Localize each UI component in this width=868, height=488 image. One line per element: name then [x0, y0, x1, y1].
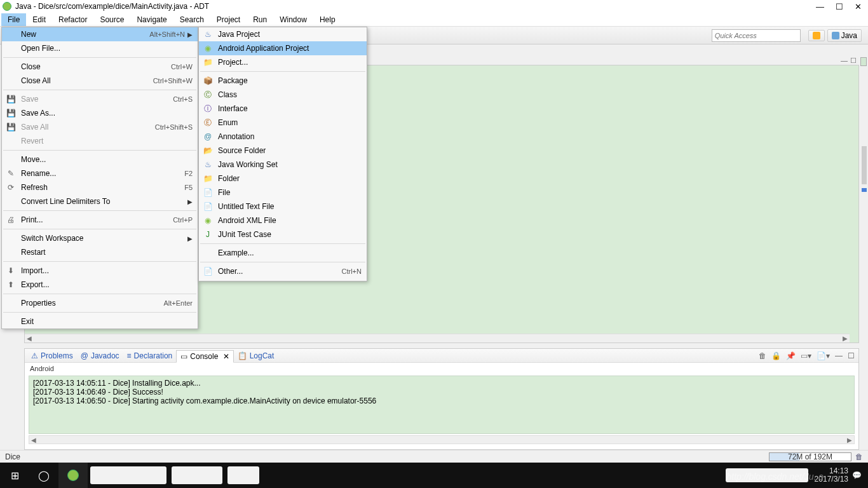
scroll-right-icon[interactable]: ▶: [841, 335, 850, 342]
display-selected-icon[interactable]: ▭▾: [799, 351, 813, 360]
menu-refactor[interactable]: Refactor: [52, 13, 93, 26]
file-exit[interactable]: Exit: [2, 315, 198, 329]
file-new[interactable]: NewAlt+Shift+N▶: [2, 27, 198, 41]
app-icon: [3, 2, 11, 11]
new-junit[interactable]: JJUnit Test Case: [199, 227, 367, 241]
new-working-set[interactable]: ♨Java Working Set: [199, 158, 367, 172]
file-refresh[interactable]: ⟳RefreshF5: [2, 180, 198, 194]
new-enum[interactable]: ⒺEnum: [199, 116, 367, 130]
file-export[interactable]: ⬆Export...: [2, 278, 198, 292]
import-icon: ⬇: [6, 266, 16, 276]
menu-file[interactable]: File: [1, 13, 26, 26]
file-import[interactable]: ⬇Import...: [2, 264, 198, 278]
file-save-as[interactable]: 💾Save As...: [2, 106, 198, 120]
java-perspective-button[interactable]: Java: [827, 29, 862, 42]
vertical-scrollbar-thumb[interactable]: [862, 146, 867, 184]
scroll-right-icon[interactable]: ▶: [845, 437, 854, 444]
perspective-label: Java: [841, 31, 857, 40]
open-perspective-button[interactable]: [808, 30, 825, 41]
java-project-icon: ♨: [203, 29, 213, 39]
file-save[interactable]: 💾SaveCtrl+S: [2, 92, 198, 106]
tab-logcat[interactable]: 📋LogCat: [234, 350, 278, 362]
console-title: Android: [25, 363, 858, 374]
tab-problems[interactable]: ⚠Problems: [27, 350, 77, 362]
console-horizontal-scrollbar[interactable]: ◀ ▶: [29, 435, 855, 444]
new-folder[interactable]: 📁Folder: [199, 172, 367, 186]
quick-access-input[interactable]: [712, 29, 801, 42]
new-android-project[interactable]: ◉Android Application Project: [199, 41, 367, 55]
new-other[interactable]: 📄Other...Ctrl+N: [199, 264, 367, 278]
new-file[interactable]: 📄File: [199, 186, 367, 200]
start-button[interactable]: ⊞: [0, 463, 29, 488]
new-interface[interactable]: ⒾInterface: [199, 102, 367, 116]
task-item-1[interactable]: [90, 466, 166, 484]
minimize-view-icon[interactable]: —: [834, 351, 844, 360]
new-untitled-text[interactable]: 📄Untitled Text File: [199, 200, 367, 214]
new-annotation[interactable]: @Annotation: [199, 130, 367, 144]
task-item-2[interactable]: [172, 466, 222, 484]
pin-console-icon[interactable]: 📌: [785, 351, 797, 360]
status-left: Dice: [5, 452, 20, 461]
new-class[interactable]: ⒸClass: [199, 88, 367, 102]
cortana-button[interactable]: ◯: [29, 463, 58, 488]
file-close[interactable]: CloseCtrl+W: [2, 60, 198, 74]
new-package[interactable]: 📦Package: [199, 74, 367, 88]
task-item-3[interactable]: [227, 466, 259, 484]
file-move[interactable]: Move...: [2, 152, 198, 166]
tab-console[interactable]: ▭Console ✕: [176, 350, 233, 363]
menu-source[interactable]: Source: [93, 13, 130, 26]
console-line: [2017-03-13 14:06:50 - Dice] Starting ac…: [33, 396, 376, 405]
menu-navigate[interactable]: Navigate: [130, 13, 173, 26]
new-android-xml[interactable]: ◉Android XML File: [199, 214, 367, 227]
clear-console-icon[interactable]: 🗑: [757, 351, 768, 360]
maximize-button[interactable]: ☐: [836, 2, 843, 11]
menu-edit[interactable]: Edit: [26, 13, 52, 26]
file-properties[interactable]: PropertiesAlt+Enter: [2, 296, 198, 310]
scroll-lock-icon[interactable]: 🔒: [770, 351, 782, 360]
scroll-left-icon[interactable]: ◀: [29, 437, 38, 444]
open-console-icon[interactable]: 📄▾: [815, 351, 831, 360]
file-rename[interactable]: ✎Rename...F2: [2, 166, 198, 180]
perspective-icon: [813, 32, 820, 39]
menu-search[interactable]: Search: [173, 13, 210, 26]
menubar: File Edit Refactor Source Navigate Searc…: [0, 13, 868, 27]
scroll-left-icon[interactable]: ◀: [25, 335, 34, 342]
new-project[interactable]: 📁Project...: [199, 55, 367, 69]
maximize-view-icon[interactable]: ☐: [850, 57, 857, 65]
console-output[interactable]: [2017-03-13 14:05:11 - Dice] Installing …: [29, 376, 855, 434]
menu-separator: [3, 90, 196, 90]
menu-help[interactable]: Help: [313, 13, 342, 26]
junit-icon: J: [203, 229, 213, 240]
file-convert-delim[interactable]: Convert Line Delimiters To▶: [2, 194, 198, 208]
tray-item[interactable]: [726, 468, 808, 482]
menu-separator: [3, 57, 196, 58]
tab-javadoc[interactable]: @Javadoc: [77, 350, 123, 362]
close-button[interactable]: ✕: [855, 2, 862, 11]
file-restart[interactable]: Restart: [2, 245, 198, 259]
menu-project[interactable]: Project: [210, 13, 247, 26]
task-eclipse[interactable]: [58, 463, 88, 488]
eclipse-icon: [67, 470, 79, 481]
android-icon: ◉: [203, 43, 213, 53]
file-print[interactable]: 🖨Print...Ctrl+P: [2, 213, 198, 227]
file-switch-workspace[interactable]: Switch Workspace▶: [2, 231, 198, 245]
minimize-button[interactable]: —: [816, 2, 824, 11]
new-example[interactable]: Example...: [199, 246, 367, 260]
tab-declaration[interactable]: ≡Declaration: [123, 350, 177, 362]
notifications-icon[interactable]: 💬: [852, 471, 862, 480]
file-close-all[interactable]: Close AllCtrl+Shift+W: [2, 74, 198, 88]
menu-run[interactable]: Run: [247, 13, 273, 26]
folder-icon: 📁: [203, 173, 213, 184]
file-revert[interactable]: Revert: [2, 134, 198, 148]
editor-horizontal-scrollbar[interactable]: ◀ ▶: [25, 334, 850, 342]
file-save-all[interactable]: 💾Save AllCtrl+Shift+S: [2, 120, 198, 134]
menu-window[interactable]: Window: [273, 13, 313, 26]
perspective-switcher: Java: [808, 29, 865, 42]
minimize-view-icon[interactable]: —: [841, 57, 848, 65]
maximize-view-icon[interactable]: ☐: [846, 351, 856, 360]
file-open[interactable]: Open File...: [2, 41, 198, 55]
new-source-folder[interactable]: 📂Source Folder: [199, 144, 367, 158]
new-java-project[interactable]: ♨Java Project: [199, 27, 367, 41]
gc-button-icon[interactable]: 🗑: [855, 452, 863, 461]
heap-bar[interactable]: 72M of 192M: [769, 452, 851, 461]
